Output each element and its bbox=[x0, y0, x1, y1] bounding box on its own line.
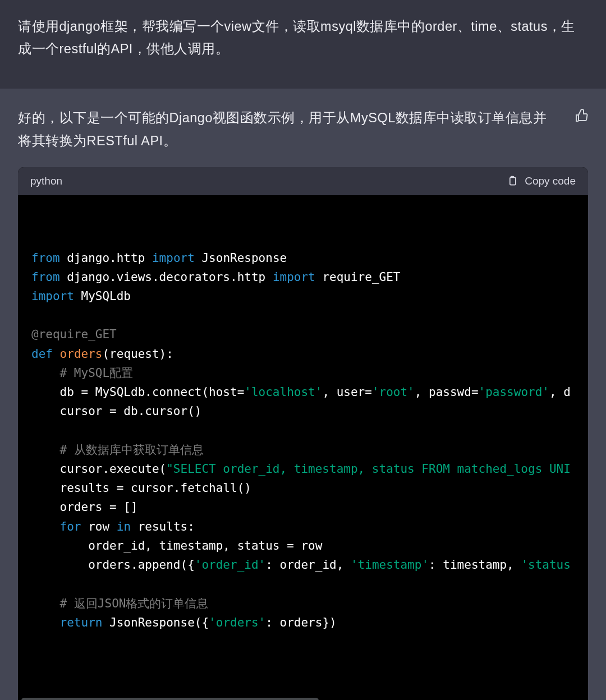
copy-code-button[interactable]: Copy code bbox=[507, 175, 576, 187]
code-body[interactable]: from django.http import JsonResponse fro… bbox=[18, 195, 588, 700]
horizontal-scrollbar[interactable] bbox=[21, 698, 319, 700]
assistant-intro-text: 好的，以下是一个可能的Django视图函数示例，用于从MySQL数据库中读取订单… bbox=[18, 107, 588, 153]
user-prompt-text: 请使用django框架，帮我编写一个view文件，读取msyql数据库中的ord… bbox=[18, 19, 575, 56]
assistant-message: 好的，以下是一个可能的Django视图函数示例，用于从MySQL数据库中读取订单… bbox=[0, 89, 606, 700]
thumbs-up-icon[interactable] bbox=[575, 109, 588, 122]
code-block: python Copy code from django.http import… bbox=[18, 167, 588, 700]
code-header: python Copy code bbox=[18, 167, 588, 195]
user-message: 请使用django框架，帮我编写一个view文件，读取msyql数据库中的ord… bbox=[0, 0, 606, 89]
svg-rect-0 bbox=[510, 177, 516, 185]
clipboard-icon bbox=[507, 175, 518, 187]
copy-code-label: Copy code bbox=[525, 175, 576, 187]
code-language-label: python bbox=[30, 175, 62, 187]
